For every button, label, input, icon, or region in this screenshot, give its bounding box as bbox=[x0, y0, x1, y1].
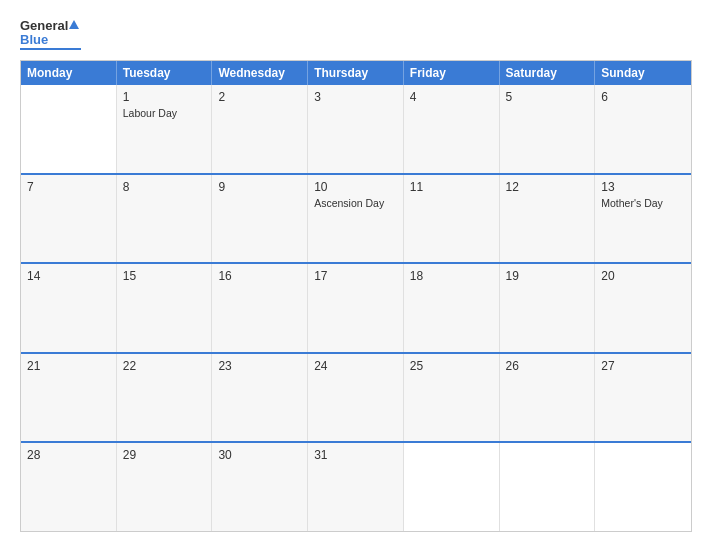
calendar: Monday Tuesday Wednesday Thursday Friday… bbox=[20, 60, 692, 532]
day-number: 7 bbox=[27, 180, 110, 194]
day-number: 26 bbox=[506, 359, 589, 373]
cal-cell: 5 bbox=[500, 85, 596, 173]
cal-cell: 19 bbox=[500, 264, 596, 352]
day-number: 21 bbox=[27, 359, 110, 373]
cal-cell: 3 bbox=[308, 85, 404, 173]
day-number: 23 bbox=[218, 359, 301, 373]
day-number: 27 bbox=[601, 359, 685, 373]
header-saturday: Saturday bbox=[500, 61, 596, 85]
day-number: 4 bbox=[410, 90, 493, 104]
cal-cell: 21 bbox=[21, 354, 117, 442]
day-number: 22 bbox=[123, 359, 206, 373]
day-number: 25 bbox=[410, 359, 493, 373]
day-number: 14 bbox=[27, 269, 110, 283]
week-row-0: 1Labour Day23456 bbox=[21, 85, 691, 173]
event-label: Labour Day bbox=[123, 107, 206, 119]
cal-cell: 11 bbox=[404, 175, 500, 263]
day-number: 17 bbox=[314, 269, 397, 283]
day-number: 5 bbox=[506, 90, 589, 104]
header-wednesday: Wednesday bbox=[212, 61, 308, 85]
cal-cell: 9 bbox=[212, 175, 308, 263]
cal-cell bbox=[595, 443, 691, 531]
day-number: 9 bbox=[218, 180, 301, 194]
day-number: 31 bbox=[314, 448, 397, 462]
cal-cell: 15 bbox=[117, 264, 213, 352]
logo-general: General bbox=[20, 18, 68, 33]
day-number: 13 bbox=[601, 180, 685, 194]
cal-cell: 26 bbox=[500, 354, 596, 442]
cal-cell: 1Labour Day bbox=[117, 85, 213, 173]
day-number: 18 bbox=[410, 269, 493, 283]
day-number: 16 bbox=[218, 269, 301, 283]
day-number: 10 bbox=[314, 180, 397, 194]
cal-cell: 17 bbox=[308, 264, 404, 352]
cal-cell: 7 bbox=[21, 175, 117, 263]
day-number: 15 bbox=[123, 269, 206, 283]
cal-cell bbox=[404, 443, 500, 531]
day-number: 24 bbox=[314, 359, 397, 373]
cal-cell bbox=[21, 85, 117, 173]
cal-cell: 14 bbox=[21, 264, 117, 352]
cal-cell: 2 bbox=[212, 85, 308, 173]
header-thursday: Thursday bbox=[308, 61, 404, 85]
header-monday: Monday bbox=[21, 61, 117, 85]
day-number: 6 bbox=[601, 90, 685, 104]
week-row-3: 21222324252627 bbox=[21, 352, 691, 442]
header: General Blue bbox=[20, 18, 692, 50]
logo-triangle-icon bbox=[69, 20, 79, 29]
day-number: 8 bbox=[123, 180, 206, 194]
cal-cell bbox=[500, 443, 596, 531]
day-number: 20 bbox=[601, 269, 685, 283]
week-row-4: 28293031 bbox=[21, 441, 691, 531]
cal-cell: 22 bbox=[117, 354, 213, 442]
cal-cell: 31 bbox=[308, 443, 404, 531]
event-label: Ascension Day bbox=[314, 197, 397, 209]
cal-cell: 12 bbox=[500, 175, 596, 263]
calendar-body: 1Labour Day2345678910Ascension Day111213… bbox=[21, 85, 691, 531]
cal-cell: 27 bbox=[595, 354, 691, 442]
day-number: 19 bbox=[506, 269, 589, 283]
cal-cell: 13Mother's Day bbox=[595, 175, 691, 263]
cal-cell: 4 bbox=[404, 85, 500, 173]
day-number: 30 bbox=[218, 448, 301, 462]
cal-cell: 29 bbox=[117, 443, 213, 531]
day-number: 29 bbox=[123, 448, 206, 462]
calendar-page: General Blue Monday Tuesday Wednesday Th… bbox=[0, 0, 712, 550]
week-row-2: 14151617181920 bbox=[21, 262, 691, 352]
cal-cell: 6 bbox=[595, 85, 691, 173]
calendar-header: Monday Tuesday Wednesday Thursday Friday… bbox=[21, 61, 691, 85]
cal-cell: 24 bbox=[308, 354, 404, 442]
day-number: 2 bbox=[218, 90, 301, 104]
logo-underline bbox=[20, 48, 81, 50]
header-tuesday: Tuesday bbox=[117, 61, 213, 85]
day-number: 1 bbox=[123, 90, 206, 104]
cal-cell: 18 bbox=[404, 264, 500, 352]
logo: General Blue bbox=[20, 18, 81, 50]
day-number: 12 bbox=[506, 180, 589, 194]
cal-cell: 20 bbox=[595, 264, 691, 352]
cal-cell: 25 bbox=[404, 354, 500, 442]
day-number: 11 bbox=[410, 180, 493, 194]
day-number: 3 bbox=[314, 90, 397, 104]
header-sunday: Sunday bbox=[595, 61, 691, 85]
cal-cell: 28 bbox=[21, 443, 117, 531]
cal-cell: 30 bbox=[212, 443, 308, 531]
week-row-1: 78910Ascension Day111213Mother's Day bbox=[21, 173, 691, 263]
cal-cell: 8 bbox=[117, 175, 213, 263]
cal-cell: 23 bbox=[212, 354, 308, 442]
logo-blue: Blue bbox=[20, 33, 48, 46]
event-label: Mother's Day bbox=[601, 197, 685, 209]
day-number: 28 bbox=[27, 448, 110, 462]
cal-cell: 10Ascension Day bbox=[308, 175, 404, 263]
cal-cell: 16 bbox=[212, 264, 308, 352]
header-friday: Friday bbox=[404, 61, 500, 85]
